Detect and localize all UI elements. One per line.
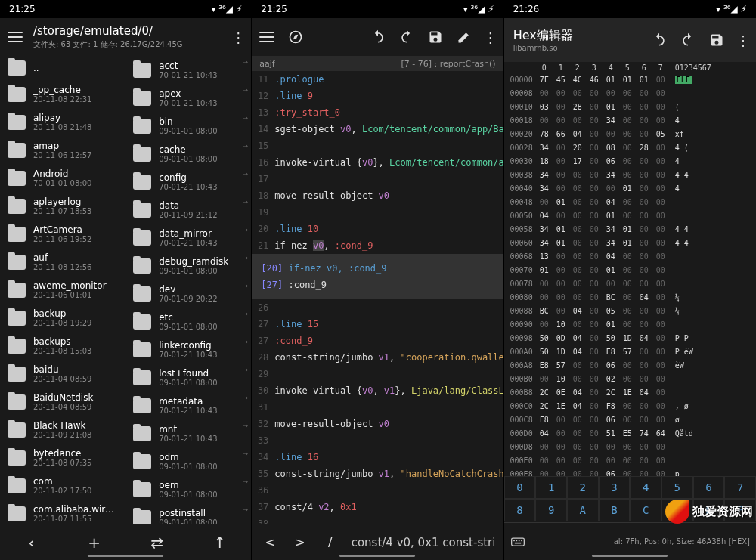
hex-byte[interactable]: 00 xyxy=(603,128,619,141)
code-line[interactable]: 27.line 15 xyxy=(252,316,503,333)
hex-byte[interactable]: 00 xyxy=(569,318,586,332)
hex-byte[interactable]: 00 xyxy=(603,182,619,196)
hex-byte[interactable]: 00 xyxy=(636,400,652,413)
file-item[interactable]: aweme_monitor20-11-06 01:01 xyxy=(0,276,125,304)
hex-byte[interactable]: 34 xyxy=(603,114,619,128)
hex-row[interactable]: 0008000000000BC000400 ¼ xyxy=(504,291,756,305)
menu-icon[interactable] xyxy=(258,28,276,46)
hex-byte[interactable]: 0D xyxy=(553,332,569,345)
hex-byte[interactable]: 00 xyxy=(619,128,636,141)
hex-byte[interactable]: 1E xyxy=(619,386,636,400)
hex-byte[interactable]: 00 xyxy=(536,441,553,454)
hex-byte[interactable]: 00 xyxy=(652,359,669,373)
hex-row[interactable]: 000C8F800000006000000ø xyxy=(504,413,756,427)
hex-byte[interactable]: 00 xyxy=(586,264,603,277)
file-item[interactable]: oem09-01-01 08:00→ xyxy=(125,475,251,503)
hex-byte[interactable]: 00 xyxy=(636,169,652,182)
file-item[interactable]: amap20-11-06 12:57 xyxy=(0,136,125,164)
hex-byte[interactable]: 00 xyxy=(586,196,603,209)
code-line[interactable]: 32move-result-object v0 xyxy=(252,416,503,432)
hex-byte[interactable]: 00 xyxy=(569,209,586,223)
code-line[interactable]: 11.prologue xyxy=(252,71,503,88)
hex-byte[interactable]: 00 xyxy=(636,250,652,264)
hex-byte[interactable]: 00 xyxy=(619,169,636,182)
file-item[interactable]: mnt70-01-21 10:43→ xyxy=(125,419,251,447)
hex-row[interactable]: 0005834010000340100004 4 xyxy=(504,223,756,237)
hex-byte[interactable]: 00 xyxy=(569,264,586,277)
add-icon[interactable]: + xyxy=(85,534,104,552)
hex-byte[interactable]: 34 xyxy=(603,237,619,250)
hex-byte[interactable]: 00 xyxy=(652,277,669,291)
hex-byte[interactable]: 00 xyxy=(553,169,569,182)
hex-row[interactable]: 000900010000001000000 xyxy=(504,318,756,332)
hex-byte[interactable]: 00 xyxy=(586,373,603,386)
file-item[interactable]: baidu20-11-04 08:59 xyxy=(0,360,125,388)
file-item[interactable]: apex70-01-21 10:43→ xyxy=(125,84,251,112)
hex-byte[interactable]: 2C xyxy=(536,386,553,400)
hex-byte[interactable]: 00 xyxy=(619,291,636,305)
hex-byte[interactable]: 00 xyxy=(619,250,636,264)
hex-byte[interactable]: 06 xyxy=(603,359,619,373)
hex-byte[interactable]: 03 xyxy=(536,101,553,114)
file-col-left[interactable]: .._pp_cache20-11-08 22:31alipay20-11-08 … xyxy=(0,56,125,524)
hex-byte[interactable]: 00 xyxy=(619,468,636,476)
hex-byte[interactable]: 00 xyxy=(636,155,652,169)
hex-byte[interactable]: 34 xyxy=(536,223,553,237)
hex-byte[interactable]: 04 xyxy=(536,427,553,441)
hex-byte[interactable]: 00 xyxy=(619,114,636,128)
hex-byte[interactable]: 01 xyxy=(553,196,569,209)
hex-byte[interactable]: 1D xyxy=(619,332,636,345)
file-item[interactable]: etc09-01-01 08:00→ xyxy=(125,308,251,336)
hex-byte[interactable]: 00 xyxy=(586,413,603,427)
hex-byte[interactable]: 00 xyxy=(652,264,669,277)
hex-byte[interactable]: 50 xyxy=(603,332,619,345)
numpad-5[interactable]: 5 xyxy=(662,476,693,499)
file-item[interactable]: bin09-01-01 08:00→ xyxy=(125,112,251,140)
hex-row[interactable]: 000E00000000000000000 xyxy=(504,454,756,468)
file-item[interactable]: data_mirror70-01-21 10:43→ xyxy=(125,224,251,252)
hex-byte[interactable]: 00 xyxy=(586,345,603,359)
hex-byte[interactable]: 00 xyxy=(586,318,603,332)
hex-byte[interactable]: 01 xyxy=(619,182,636,196)
hex-byte[interactable]: 00 xyxy=(569,87,586,101)
hex-row[interactable]: 000780000000000000000 xyxy=(504,277,756,291)
hex-byte[interactable]: 00 xyxy=(536,87,553,101)
hex-byte[interactable]: 01 xyxy=(603,318,619,332)
hex-byte[interactable]: 01 xyxy=(536,264,553,277)
hex-row[interactable]: 000007F454C4601010100ELF xyxy=(504,73,756,87)
numpad-6[interactable]: 6 xyxy=(693,476,725,499)
hex-byte[interactable]: 00 xyxy=(553,468,569,476)
code-line[interactable]: 16invoke-virtual {v0}, Lcom/tencent/comm… xyxy=(252,154,503,171)
hex-row[interactable]: 000A0501D0400E8570000P èW xyxy=(504,345,756,359)
hex-row[interactable]: 000480001000004000000 xyxy=(504,196,756,209)
hex-byte[interactable]: 00 xyxy=(553,264,569,277)
hex-byte[interactable]: 06 xyxy=(603,155,619,169)
hex-byte[interactable]: 00 xyxy=(553,114,569,128)
hex-byte[interactable]: 00 xyxy=(652,345,669,359)
hex-byte[interactable]: 28 xyxy=(636,141,652,155)
hex-row[interactable]: 000080000000000000000 xyxy=(504,87,756,101)
hex-byte[interactable]: 00 xyxy=(536,318,553,332)
hex-byte[interactable]: 00 xyxy=(569,359,586,373)
hex-byte[interactable]: 00 xyxy=(652,400,669,413)
hex-byte[interactable]: 10 xyxy=(553,318,569,332)
file-item[interactable]: alipay20-11-08 21:48 xyxy=(0,108,125,136)
hex-byte[interactable]: 00 xyxy=(569,223,586,237)
hex-byte[interactable]: 00 xyxy=(569,237,586,250)
hex-byte[interactable]: 00 xyxy=(652,141,669,155)
hex-byte[interactable]: 00 xyxy=(652,468,669,476)
hex-byte[interactable]: 00 xyxy=(619,413,636,427)
hex-byte[interactable]: 00 xyxy=(619,373,636,386)
hex-byte[interactable]: 02 xyxy=(603,373,619,386)
hex-byte[interactable]: 00 xyxy=(652,223,669,237)
hex-row[interactable]: 0006034010000340100004 4 xyxy=(504,237,756,250)
hex-byte[interactable]: 00 xyxy=(586,427,603,441)
hex-byte[interactable]: 00 xyxy=(569,182,586,196)
hex-byte[interactable]: 0E xyxy=(553,386,569,400)
code-line[interactable]: 20.line 10 xyxy=(252,221,503,237)
file-item[interactable]: backups20-11-08 15:03 xyxy=(0,332,125,360)
hex-byte[interactable]: 00 xyxy=(619,87,636,101)
file-item[interactable]: dev70-01-09 20:22→ xyxy=(125,280,251,308)
menu-icon[interactable] xyxy=(6,28,24,46)
hex-byte[interactable]: 00 xyxy=(619,318,636,332)
